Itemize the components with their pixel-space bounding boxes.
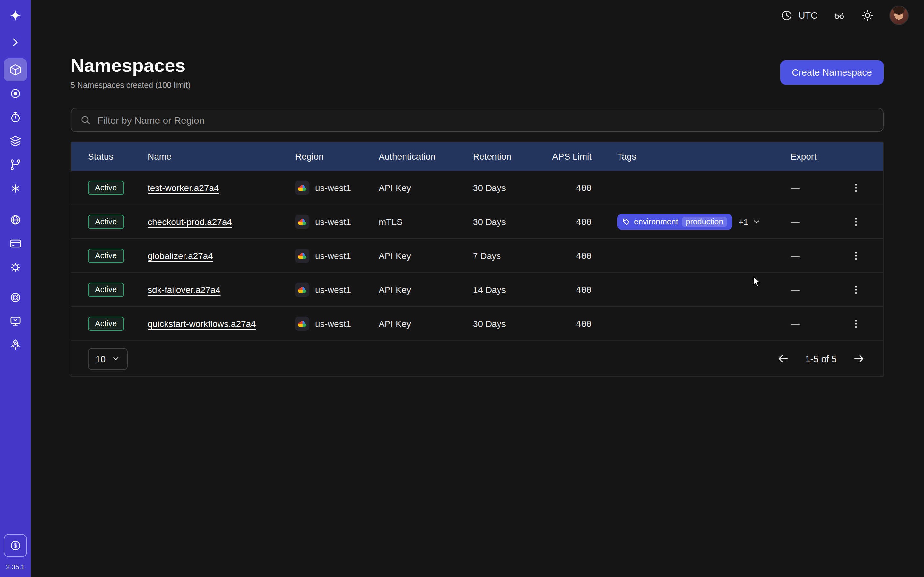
create-namespace-button[interactable]: Create Namespace [780,60,884,85]
col-export: Export [790,151,829,161]
gcp-cloud-icon [295,215,309,229]
sidebar-item-support[interactable] [4,286,27,309]
row-menu-button[interactable] [847,247,865,265]
tags-expand-button[interactable]: +1 [738,217,761,227]
aps-limit-value: 400 [545,251,591,261]
gear-icon [9,261,22,274]
kebab-icon [851,285,861,295]
sidebar-item-batch[interactable] [4,129,27,153]
export-value: — [790,183,829,193]
col-authentication: Authentication [379,151,473,161]
timer-icon [9,111,22,124]
namespaces-table: Status Name Region Authentication Retent… [71,142,884,377]
region-label: us-west1 [315,217,351,227]
namespace-link[interactable]: test-worker.a27a4 [148,183,219,193]
usage-button[interactable]: $ [4,534,27,557]
user-avatar[interactable] [889,6,909,25]
sidebar-item-billing[interactable] [4,232,27,255]
sidebar-nav-primary [4,58,27,201]
sidebar-item-schedules[interactable] [4,106,27,129]
row-menu-button[interactable] [847,213,865,231]
gcp-cloud-icon [295,181,309,195]
status-badge: Active [88,317,124,331]
row-menu-button[interactable] [847,179,865,197]
sidebar-item-regions[interactable] [4,208,27,231]
table-footer: 10 1-5 of 5 [71,340,883,376]
col-name: Name [148,151,295,161]
prev-page-button[interactable] [776,351,791,366]
row-menu-button[interactable] [847,315,865,333]
usage-dollar-icon: $ [9,539,22,552]
sidebar-item-nexus[interactable] [4,177,27,200]
kebab-icon [851,251,861,261]
page-title: Namespaces [71,55,191,76]
tag-icon [622,218,630,226]
sidebar-nav-help [4,286,27,357]
col-aps-limit: APS Limit [545,151,591,161]
gcp-cloud-icon [295,317,309,331]
table-row[interactable]: Active checkout-prod.a27a4 us-west1 mTLS… [71,205,883,239]
col-status: Status [88,151,148,161]
export-value: — [790,217,829,227]
sidebar-nav-account [4,208,27,279]
pagination: 1-5 of 5 [776,351,866,366]
region-label: us-west1 [315,251,351,261]
auth-label: API Key [379,285,473,295]
col-retention: Retention [473,151,545,161]
table-row[interactable]: Active globalizer.a27a4 us-west1 API Key… [71,239,883,272]
status-badge: Active [88,181,124,195]
region-label: us-west1 [315,285,351,295]
namespace-link[interactable]: sdk-failover.a27a4 [148,285,220,295]
filter-input[interactable] [97,114,874,125]
col-tags: Tags [591,151,790,161]
search-icon [80,114,91,125]
aps-limit-value: 400 [545,183,591,193]
tag-key: environment [634,218,678,226]
retention-label: 30 Days [473,319,545,329]
topbar: UTC [31,0,924,31]
next-page-button[interactable] [851,351,866,366]
page-header: Namespaces 5 Namespaces created (100 lim… [71,55,884,90]
status-badge: Active [88,215,124,229]
tag-chip[interactable]: environment production [617,214,732,229]
export-value: — [790,285,829,295]
clock-icon [780,9,793,22]
export-value: — [790,251,829,261]
timezone-selector[interactable]: UTC [780,9,817,22]
region-label: us-west1 [315,183,351,193]
branch-icon [9,158,22,171]
retention-label: 14 Days [473,285,545,295]
namespace-link[interactable]: quickstart-workflows.a27a4 [148,319,256,329]
row-menu-button[interactable] [847,281,865,299]
theme-toggle-sun-icon[interactable] [861,9,874,22]
sidebar-item-getting-started[interactable] [4,334,27,356]
main-content: Namespaces 5 Namespaces created (100 lim… [31,31,924,577]
sidebar-bottom: $ 2.35.1 [4,534,27,577]
gcp-cloud-icon [295,283,309,297]
namespace-link[interactable]: globalizer.a27a4 [148,251,213,261]
table-row[interactable]: Active sdk-failover.a27a4 us-west1 API K… [71,272,883,306]
sidebar-item-settings[interactable] [4,256,27,279]
export-value: — [790,319,829,329]
arrow-left-icon [777,353,790,365]
kebab-icon [851,319,861,329]
aps-limit-value: 400 [545,319,591,329]
page-size-select[interactable]: 10 [88,348,128,370]
table-row[interactable]: Active test-worker.a27a4 us-west1 API Ke… [71,171,883,205]
namespace-link[interactable]: checkout-prod.a27a4 [148,217,232,227]
sidebar: $ 2.35.1 [0,0,31,577]
status-badge: Active [88,283,124,297]
table-row[interactable]: Active quickstart-workflows.a27a4 us-wes… [71,306,883,340]
sidebar-item-workflows[interactable] [4,153,27,176]
app-window: $ 2.35.1 UTC Namespaces 5 Namespaces cre… [0,0,924,577]
auth-label: API Key [379,319,473,329]
status-badge: Active [88,249,124,263]
sidebar-item-namespaces[interactable] [4,58,27,81]
sidebar-item-monitoring[interactable] [4,82,27,105]
glasses-icon[interactable] [833,9,846,22]
sidebar-item-docs[interactable] [4,309,27,333]
arrow-right-icon [853,353,865,365]
rocket-icon [9,338,22,351]
docs-icon [9,315,22,327]
sidebar-expand-button[interactable] [4,31,27,54]
